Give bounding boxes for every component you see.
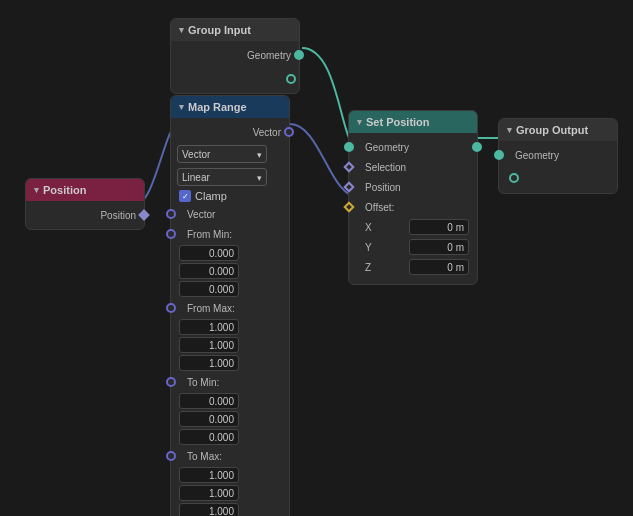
set-position-node[interactable]: ▾ Set Position Geometry Selection Positi…: [348, 110, 478, 285]
vector-input-row: Vector: [171, 122, 289, 142]
position-title: Position: [43, 184, 86, 196]
position-body: Position: [26, 201, 144, 229]
position-node[interactable]: ▾ Position Position: [25, 178, 145, 230]
offset-z-row: Z 0 m: [349, 257, 477, 280]
from-min-socket[interactable]: [166, 229, 176, 239]
geometry-output-label: Geometry: [247, 50, 291, 61]
geometry-circle-row: [171, 69, 299, 89]
group-input-title: Group Input: [188, 24, 251, 36]
collapse-arrow-icon: ▾: [357, 117, 362, 127]
geometry-in-socket[interactable]: [494, 150, 504, 160]
collapse-arrow-icon: ▾: [179, 102, 184, 112]
selection-row: Selection: [349, 157, 477, 177]
from-max-x[interactable]: 1.000: [179, 319, 239, 335]
geometry-output-socket[interactable]: [294, 50, 304, 60]
from-max-y[interactable]: 1.000: [179, 337, 239, 353]
to-max-label: To Max:: [187, 451, 222, 462]
position-header[interactable]: ▾ Position: [26, 179, 144, 201]
dropdown1-row: Vector ▾: [171, 142, 289, 166]
x-value[interactable]: 0 m: [409, 219, 469, 235]
to-min-label: To Min:: [187, 377, 219, 388]
geometry-circle: [509, 173, 519, 183]
dropdown1-arrow: ▾: [257, 148, 262, 162]
to-min-y[interactable]: 0.000: [179, 411, 239, 427]
collapse-arrow-icon: ▾: [179, 25, 184, 35]
vector-output-row: Vector: [171, 204, 289, 224]
vector-output-label: Vector: [187, 209, 215, 220]
group-output-body: Geometry: [499, 141, 617, 193]
z-value[interactable]: 0 m: [409, 259, 469, 275]
circle-row: [499, 169, 617, 189]
vector-dropdown[interactable]: Vector ▾: [177, 145, 267, 163]
y-value[interactable]: 0 m: [409, 239, 469, 255]
clamp-row: ✓ Clamp: [171, 188, 289, 204]
map-range-title: Map Range: [188, 101, 247, 113]
from-min-label: From Min:: [187, 229, 232, 240]
dropdown2-row: Linear ▾: [171, 166, 289, 188]
z-label: Z: [365, 262, 371, 273]
from-min-values: 0.000: [171, 244, 289, 262]
map-range-header[interactable]: ▾ Map Range: [171, 96, 289, 118]
position-label: Position: [365, 182, 401, 193]
to-min-label-row: To Min:: [171, 372, 289, 392]
offset-socket[interactable]: [343, 201, 354, 212]
from-min-z[interactable]: 0.000: [179, 281, 239, 297]
set-position-body: Geometry Selection Position Offset: X 0 …: [349, 133, 477, 284]
geometry-row: Geometry: [349, 137, 477, 157]
to-min-x[interactable]: 0.000: [179, 393, 239, 409]
linear-dropdown[interactable]: Linear ▾: [177, 168, 267, 186]
from-max-socket[interactable]: [166, 303, 176, 313]
geometry-input-row: Geometry: [499, 145, 617, 165]
collapse-arrow-icon: ▾: [34, 185, 39, 195]
to-max-label-row: To Max:: [171, 446, 289, 466]
offset-y-row: Y 0 m: [349, 237, 477, 257]
from-min-x[interactable]: 0.000: [179, 245, 239, 261]
from-max-label: From Max:: [187, 303, 235, 314]
from-min-label-row: From Min:: [171, 224, 289, 244]
map-range-node[interactable]: ▾ Map Range Vector Vector ▾ Linear ▾ ✓ C…: [170, 95, 290, 516]
to-max-y[interactable]: 1.000: [179, 485, 239, 501]
offset-x-row: X 0 m: [349, 217, 477, 237]
collapse-arrow-icon: ▾: [507, 125, 512, 135]
geometry-circle-socket[interactable]: [286, 74, 296, 84]
group-input-header[interactable]: ▾ Group Input: [171, 19, 299, 41]
offset-label: Offset:: [365, 202, 394, 213]
group-input-node[interactable]: ▾ Group Input Geometry: [170, 18, 300, 94]
set-position-title: Set Position: [366, 116, 430, 128]
set-position-header[interactable]: ▾ Set Position: [349, 111, 477, 133]
selection-socket[interactable]: [343, 161, 354, 172]
to-max-x[interactable]: 1.000: [179, 467, 239, 483]
to-max-socket[interactable]: [166, 451, 176, 461]
from-max-label-row: From Max:: [171, 298, 289, 318]
geometry-in-socket[interactable]: [344, 142, 354, 152]
vector-input-label: Vector: [253, 127, 281, 138]
vector-output-socket[interactable]: [166, 209, 176, 219]
geometry-out-socket[interactable]: [472, 142, 482, 152]
to-min-socket[interactable]: [166, 377, 176, 387]
position-out-socket[interactable]: [138, 209, 149, 220]
group-output-title: Group Output: [516, 124, 588, 136]
vector-input-socket[interactable]: [284, 127, 294, 137]
geometry-in-label: Geometry: [515, 150, 559, 161]
y-label: Y: [365, 242, 372, 253]
group-input-body: Geometry: [171, 41, 299, 93]
dropdown2-arrow: ▾: [257, 171, 262, 185]
group-output-node[interactable]: ▾ Group Output Geometry: [498, 118, 618, 194]
position-socket[interactable]: [343, 181, 354, 192]
to-max-z[interactable]: 1.000: [179, 503, 239, 516]
position-output-label: Position: [100, 210, 136, 221]
group-output-header[interactable]: ▾ Group Output: [499, 119, 617, 141]
map-range-body: Vector Vector ▾ Linear ▾ ✓ Clamp Vector: [171, 118, 289, 516]
from-max-z[interactable]: 1.000: [179, 355, 239, 371]
from-min-y[interactable]: 0.000: [179, 263, 239, 279]
position-output-row: Position: [26, 205, 144, 225]
clamp-checkbox[interactable]: ✓: [179, 190, 191, 202]
geometry-in-label: Geometry: [365, 142, 469, 153]
position-row: Position: [349, 177, 477, 197]
geometry-output-row: Geometry: [171, 45, 299, 65]
offset-row: Offset:: [349, 197, 477, 217]
to-min-z[interactable]: 0.000: [179, 429, 239, 445]
clamp-label: Clamp: [195, 190, 227, 202]
selection-label: Selection: [365, 162, 406, 173]
x-label: X: [365, 222, 372, 233]
